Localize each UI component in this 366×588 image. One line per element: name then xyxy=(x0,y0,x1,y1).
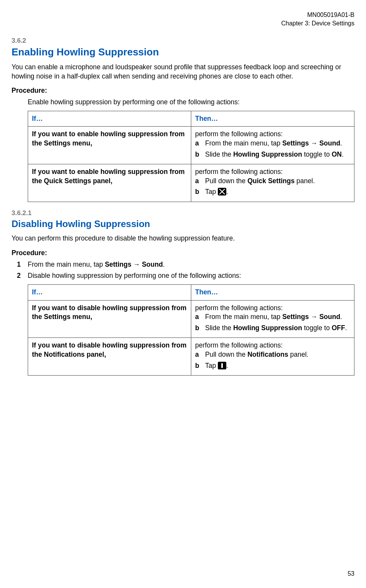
then-cell: perform the following actions: a From th… xyxy=(191,300,354,338)
substep: b Tap . xyxy=(195,361,350,371)
if-cell: If you want to disable howling suppres­s… xyxy=(28,338,191,376)
procedure-action: Enable howling suppression by performing… xyxy=(28,98,354,107)
table-row: If you want to disable howling suppres­s… xyxy=(28,338,354,376)
section-intro: You can enable a microphone and loudspea… xyxy=(12,63,354,81)
if-cell: If you want to disable howling suppres­s… xyxy=(28,300,191,338)
page-number: 53 xyxy=(348,570,354,578)
substep: a Pull down the Quick Settings panel. xyxy=(195,177,350,186)
section-number: 3.6.2 xyxy=(12,37,354,45)
substep: b Slide the Howling Suppression toggle t… xyxy=(195,324,350,333)
table-row: If you want to enable howling suppres­si… xyxy=(28,164,354,202)
then-lead: perform the following actions: xyxy=(195,130,350,139)
table-header-if: If… xyxy=(28,284,191,300)
numbered-steps: 1 From the main menu, tap Settings → Sou… xyxy=(17,260,354,281)
then-lead: perform the following actions: xyxy=(195,304,350,313)
if-cell: If you want to enable howling suppres­si… xyxy=(28,127,191,164)
table-header-if: If… xyxy=(28,111,191,127)
howling-suppression-icon xyxy=(218,188,226,195)
section-title: Enabling Howling Suppression xyxy=(12,45,354,59)
table-header-then: Then… xyxy=(191,111,354,127)
step: 2 Disable howling suppression by perform… xyxy=(17,271,354,281)
substep: a Pull down the Notifications panel. xyxy=(195,350,350,359)
procedure-heading: Procedure: xyxy=(12,249,354,258)
if-then-table-enable: If… Then… If you want to enable howling … xyxy=(28,111,354,202)
then-cell: perform the following actions: a Pull do… xyxy=(191,338,354,376)
howling-suppression-off-icon xyxy=(218,362,226,369)
subsection-title: Disabling Howling Suppression xyxy=(12,218,354,230)
table-row: If you want to disable howling suppres­s… xyxy=(28,300,354,338)
substep: a From the main menu, tap Settings → Sou… xyxy=(195,139,350,148)
table-header-then: Then… xyxy=(191,284,354,300)
chapter-title: Chapter 3: Device Settings xyxy=(12,19,354,28)
substep: b Slide the Howling Suppression toggle t… xyxy=(195,150,350,159)
substep: a From the main menu, tap Settings → Sou… xyxy=(195,312,350,322)
if-cell: If you want to enable howling suppres­si… xyxy=(28,164,191,202)
then-cell: perform the following actions: a Pull do… xyxy=(191,164,354,202)
then-lead: perform the following actions: xyxy=(195,167,350,177)
step: 1 From the main menu, tap Settings → Sou… xyxy=(17,260,354,269)
doc-id: MN005019A01-B xyxy=(12,11,354,19)
subsection-intro: You can perform this procedure to disabl… xyxy=(12,234,354,243)
subsection-number: 3.6.2.1 xyxy=(12,209,354,218)
then-cell: perform the following actions: a From th… xyxy=(191,127,354,164)
substep: b Tap . xyxy=(195,187,350,197)
page-header: MN005019A01-B Chapter 3: Device Settings xyxy=(12,11,354,27)
if-then-table-disable: If… Then… If you want to disable howling… xyxy=(28,284,354,376)
then-lead: perform the following actions: xyxy=(195,341,350,350)
table-row: If you want to enable howling suppres­si… xyxy=(28,127,354,164)
procedure-heading: Procedure: xyxy=(12,86,354,95)
